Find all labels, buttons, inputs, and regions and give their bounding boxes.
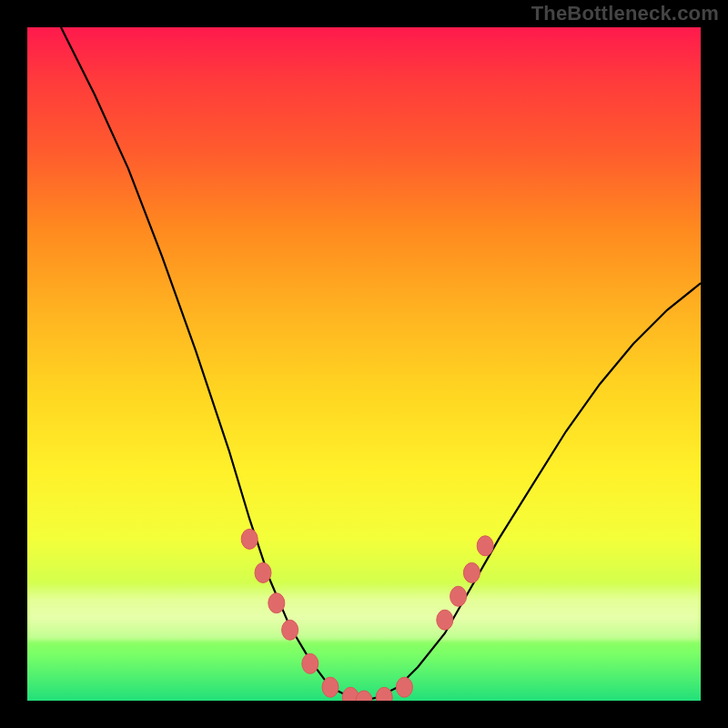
chart-frame: TheBottleneck.com [0, 0, 728, 728]
marker-dot [356, 691, 372, 701]
plot-area [27, 27, 701, 701]
marker-dot [282, 620, 298, 640]
marker-dot [255, 562, 271, 582]
marker-dot [322, 677, 339, 697]
marker-dot [268, 593, 285, 613]
marker-dot [437, 610, 453, 630]
watermark-text: TheBottleneck.com [531, 2, 719, 25]
marker-dot [302, 653, 318, 673]
marker-dot [396, 677, 412, 697]
curve-path [61, 27, 701, 701]
marker-dot [376, 687, 392, 701]
marker-dot [477, 536, 493, 556]
marker-dot [463, 562, 480, 582]
marker-dot [450, 586, 467, 606]
marker-dot [241, 529, 258, 549]
bottleneck-curve [27, 27, 701, 701]
